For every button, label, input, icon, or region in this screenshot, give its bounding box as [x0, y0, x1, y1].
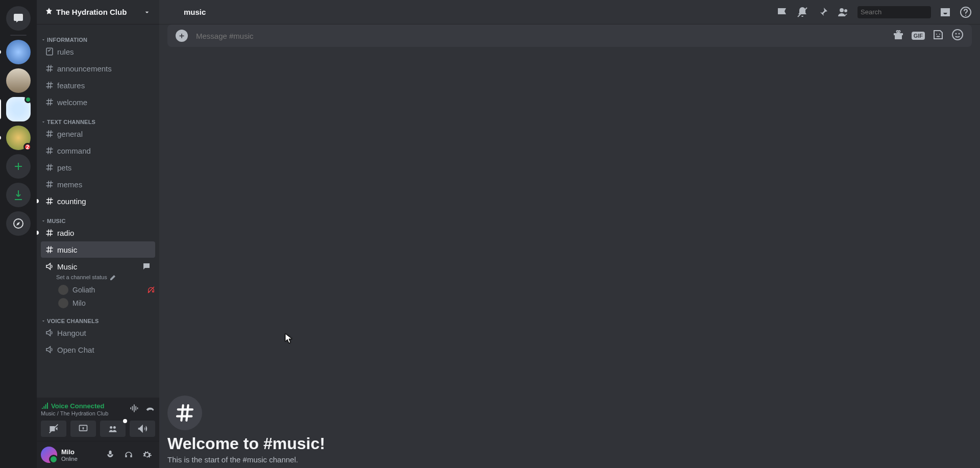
member-avatar [58, 298, 68, 308]
inbox-button[interactable] [939, 6, 951, 18]
voice-status: Voice Connected [51, 402, 105, 410]
chat-icon[interactable] [142, 262, 151, 271]
gif-button[interactable]: GIF [912, 32, 925, 40]
svg-point-18 [959, 33, 960, 35]
message-input[interactable] [196, 32, 892, 40]
category-header[interactable]: TEXT CHANNELS [41, 111, 159, 125]
chevron-down-icon [143, 8, 151, 16]
screenshare-button[interactable] [70, 421, 96, 437]
pinned-messages-button[interactable] [817, 6, 829, 18]
search-input[interactable] [861, 8, 946, 16]
voice-channel-hangout[interactable]: Hangout [41, 325, 155, 341]
channel-music[interactable]: music [41, 241, 155, 258]
channel-general[interactable]: general [41, 126, 155, 142]
svg-point-5 [110, 426, 112, 429]
server-header[interactable]: The Hydration Club [37, 0, 159, 24]
svg-point-8 [840, 8, 844, 12]
voice-channel-open-chat[interactable]: Open Chat [41, 341, 155, 358]
deafened-icon [147, 286, 155, 294]
user-avatar[interactable] [41, 447, 57, 463]
disconnect-button[interactable] [145, 403, 155, 415]
channel-name: pets [57, 163, 71, 172]
svg-point-17 [955, 33, 957, 35]
attach-button[interactable]: ＋ [176, 30, 188, 42]
channel-topbar: music [159, 0, 980, 24]
download-apps-button[interactable] [6, 183, 31, 207]
server-avatar-2[interactable] [6, 68, 31, 93]
svg-rect-1 [46, 48, 53, 55]
channel-command[interactable]: command [41, 142, 155, 159]
noise-suppression-button[interactable] [129, 403, 139, 415]
member-name: Milo [72, 299, 86, 307]
svg-point-15 [939, 34, 940, 35]
gift-button[interactable] [892, 29, 904, 43]
mute-button[interactable] [102, 447, 118, 463]
activity-button[interactable] [100, 421, 126, 437]
channel-radio[interactable]: radio [41, 225, 155, 241]
channel-welcome: Welcome to #music! This is the start of … [159, 387, 980, 468]
sticker-button[interactable] [932, 29, 944, 43]
explore-servers-button[interactable] [6, 211, 31, 236]
channel-features[interactable]: features [41, 77, 155, 93]
channel-list[interactable]: INFORMATIONrulesannouncementsfeatureswel… [37, 24, 159, 398]
chat-area: ＋ GIF Welcome to #music! This is the sta… [159, 24, 980, 468]
activity-notification-dot [123, 419, 127, 423]
direct-messages-button[interactable] [6, 6, 31, 31]
server-avatar-selected[interactable] [6, 97, 31, 121]
settings-button[interactable] [139, 447, 155, 463]
main-content: music ＋ GIF [159, 0, 980, 468]
hash-icon [167, 6, 180, 18]
soundboard-button[interactable] [130, 421, 155, 437]
category-header[interactable]: MUSIC [41, 210, 159, 224]
category-header[interactable]: INFORMATION [41, 29, 159, 43]
add-server-button[interactable] [6, 154, 31, 179]
server-header-title: The Hydration Club [56, 8, 143, 16]
channel-name: radio [57, 229, 74, 237]
channel-name: Hangout [57, 329, 86, 337]
svg-point-9 [844, 9, 847, 12]
server-avatar-1[interactable] [6, 40, 31, 64]
search-box[interactable] [857, 6, 931, 18]
message-scroll[interactable]: Welcome to #music! This is the start of … [159, 59, 980, 468]
voice-channel-name: Music [57, 262, 77, 271]
channel-name: Open Chat [57, 346, 94, 354]
channel-memes[interactable]: memes [41, 176, 155, 192]
member-avatar [58, 285, 68, 295]
voice-channel-path[interactable]: Music / The Hydration Club [41, 410, 108, 416]
channel-name: rules [57, 47, 74, 56]
notifications-button[interactable] [796, 6, 808, 18]
member-name: Goliath [72, 286, 95, 294]
channel-pets[interactable]: pets [41, 159, 155, 176]
category-label: TEXT CHANNELS [47, 119, 95, 125]
channel-name: music [184, 8, 206, 16]
channel-name: welcome [57, 98, 87, 107]
emoji-button[interactable] [951, 29, 964, 43]
channel-name: music [57, 245, 77, 254]
channel-sidebar: The Hydration Club INFORMATIONrulesannou… [37, 0, 159, 468]
channel-rules[interactable]: rules [41, 43, 155, 60]
channel-name: memes [57, 180, 82, 189]
video-button[interactable] [41, 421, 66, 437]
deafen-button[interactable] [120, 447, 137, 463]
member-list-button[interactable] [837, 6, 849, 18]
voice-member[interactable]: Milo [41, 297, 159, 310]
voice-member[interactable]: Goliath [41, 283, 159, 297]
server-rail-separator [10, 35, 27, 36]
svg-point-16 [952, 30, 963, 40]
category-label: VOICE CHANNELS [47, 318, 99, 324]
voice-channel-Music[interactable]: Music [41, 258, 155, 275]
channel-name: features [57, 81, 85, 90]
channel-name: general [57, 130, 83, 138]
category-header[interactable]: VOICE CHANNELS [41, 310, 159, 324]
category-label: MUSIC [47, 218, 66, 224]
svg-point-6 [113, 426, 116, 429]
channel-name: command [57, 146, 91, 155]
threads-button[interactable] [776, 6, 788, 18]
channel-name: counting [57, 197, 86, 206]
category-label: INFORMATION [47, 37, 87, 43]
channel-welcome[interactable]: welcome [41, 94, 155, 110]
help-button[interactable] [960, 6, 972, 18]
server-avatar-duck[interactable]: 2 [6, 126, 31, 150]
channel-counting[interactable]: counting [41, 193, 155, 209]
channel-announcements[interactable]: announcements [41, 60, 155, 77]
